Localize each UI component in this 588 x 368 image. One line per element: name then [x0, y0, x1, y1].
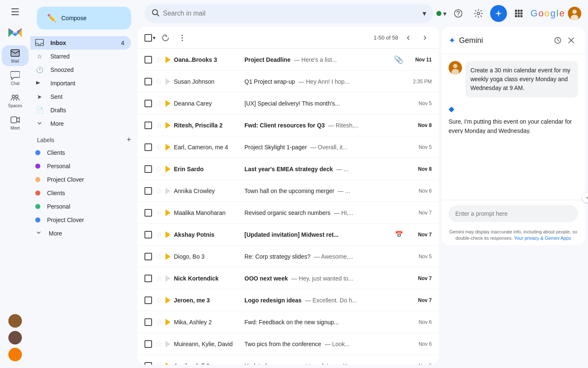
- email-row[interactable]: ☆ Nick Kortendick OOO next week — Hey, j…: [138, 267, 438, 289]
- sidebar-item-more[interactable]: More: [30, 117, 131, 130]
- next-page-button[interactable]: [418, 31, 432, 45]
- email-row[interactable]: ☆ Maalika Manoharan Revised organic sear…: [138, 202, 438, 224]
- search-bar[interactable]: ▾: [144, 4, 433, 23]
- hamburger-menu[interactable]: [7, 3, 24, 20]
- user-avatar[interactable]: [568, 7, 581, 20]
- important-marker: [165, 209, 171, 216]
- important-marker: [165, 319, 171, 326]
- status-indicator[interactable]: ▾: [436, 10, 446, 18]
- star-icon[interactable]: ☆: [155, 186, 162, 196]
- star-icon[interactable]: ☆: [155, 121, 162, 130]
- star-icon[interactable]: ☆: [155, 339, 162, 349]
- more-options-button[interactable]: [176, 31, 189, 45]
- email-checkbox[interactable]: [144, 78, 152, 85]
- email-row[interactable]: ☆ Akshay Potnis [Updated invitation] Mid…: [138, 224, 438, 246]
- email-snippet: — Hi,...: [334, 209, 403, 216]
- gemini-prompt-input[interactable]: [449, 205, 578, 222]
- gemini-privacy-link[interactable]: Your privacy & Gemini Apps: [514, 236, 571, 241]
- gemini-close-button[interactable]: [564, 34, 578, 47]
- email-checkbox[interactable]: [144, 100, 152, 107]
- star-icon[interactable]: ☆: [155, 55, 162, 64]
- email-row[interactable]: ☆ Susan Johnson Q1 Project wrap-up — Hey…: [138, 71, 438, 93]
- help-button[interactable]: [450, 5, 467, 22]
- compose-button[interactable]: ✏️ Compose: [37, 7, 131, 29]
- star-icon[interactable]: ☆: [155, 361, 162, 365]
- email-row[interactable]: ☆ Annika Crowley Town hall on the upcomi…: [138, 180, 438, 202]
- email-checkbox[interactable]: [144, 231, 152, 238]
- star-icon[interactable]: ☆: [155, 143, 162, 152]
- email-content: Q1 Project wrap-up — Hey Ann! I hop...: [244, 78, 403, 85]
- email-checkbox[interactable]: [144, 122, 152, 129]
- email-row[interactable]: ☆ Ritesh, Priscilla 2 Fwd: Client resour…: [138, 114, 438, 136]
- email-row[interactable]: ☆ Jeroen, me 3 Logo redesign ideas — Exc…: [138, 289, 438, 311]
- sidebar-item-snoozed[interactable]: 🕐 Snoozed: [30, 63, 131, 77]
- nav-chat[interactable]: Chat: [2, 68, 29, 88]
- star-icon[interactable]: ☆: [155, 77, 162, 86]
- search-dropdown-icon[interactable]: ▾: [423, 9, 426, 18]
- select-all-wrapper[interactable]: ▾: [144, 34, 155, 42]
- sender-name: Annika Crowley: [174, 188, 241, 194]
- select-all-checkbox[interactable]: [144, 34, 152, 42]
- email-checkbox[interactable]: [144, 187, 152, 195]
- label-project-clover-1[interactable]: Project Clover: [30, 173, 131, 186]
- email-row[interactable]: ☆ Muireann, Kylie, David Two pics from t…: [138, 333, 438, 355]
- label-project-clover-2[interactable]: Project Clover: [30, 213, 131, 227]
- settings-button[interactable]: [470, 5, 487, 22]
- email-row[interactable]: ☆ Deanna Carey [UX] Special delivery! Th…: [138, 93, 438, 114]
- star-icon[interactable]: ☆: [155, 230, 162, 239]
- add-label-button[interactable]: +: [126, 135, 131, 144]
- star-icon[interactable]: ☆: [155, 296, 162, 305]
- star-icon[interactable]: ☆: [155, 164, 162, 174]
- google-logo[interactable]: Google: [530, 8, 564, 19]
- sidebar-item-sent[interactable]: ➤ Sent: [30, 90, 131, 103]
- star-icon[interactable]: ☆: [155, 208, 162, 217]
- avatar-3[interactable]: [8, 348, 22, 361]
- label-clients-2[interactable]: Clients: [30, 186, 131, 200]
- search-input[interactable]: [163, 10, 419, 17]
- email-checkbox[interactable]: [144, 165, 152, 173]
- status-chevron-icon: ▾: [443, 10, 446, 18]
- email-checkbox[interactable]: [144, 362, 152, 365]
- email-row[interactable]: ☆ Mika, Ashley 2 Fwd: Feedback on the ne…: [138, 311, 438, 333]
- email-checkbox[interactable]: [144, 318, 152, 326]
- select-dropdown-icon[interactable]: ▾: [153, 35, 155, 41]
- email-row[interactable]: ☆ Diogo, Bo 3 Re: Corp strategy slides? …: [138, 246, 438, 267]
- nav-spaces[interactable]: Spaces: [2, 90, 29, 111]
- email-checkbox[interactable]: [144, 340, 152, 348]
- email-checkbox[interactable]: [144, 275, 152, 282]
- email-row[interactable]: ☆ Oana..Brooks 3 Project Deadline — Here…: [138, 49, 438, 71]
- sidebar-item-important[interactable]: Important: [30, 77, 131, 90]
- sidebar-item-starred[interactable]: ☆ Starred: [30, 50, 131, 63]
- label-personal-2[interactable]: Personal: [30, 200, 131, 213]
- star-icon[interactable]: ☆: [155, 252, 162, 261]
- email-row[interactable]: ☆ Earl, Cameron, me 4 Project Skylight 1…: [138, 136, 438, 158]
- avatar-1[interactable]: [8, 314, 22, 328]
- email-checkbox[interactable]: [144, 253, 152, 260]
- sidebar-item-inbox[interactable]: Inbox 4: [30, 36, 131, 50]
- gmail-logo[interactable]: M: [7, 24, 24, 40]
- email-row[interactable]: ☆ Erin Sardo Last year's EMEA strategy d…: [138, 158, 438, 180]
- gemini-history-button[interactable]: [551, 34, 564, 47]
- email-row[interactable]: ☆ Annika, Jeff 6 Updated expense report …: [138, 355, 438, 365]
- email-checkbox[interactable]: [144, 297, 152, 304]
- svg-rect-22: [515, 15, 517, 17]
- avatar-2[interactable]: [8, 331, 22, 344]
- refresh-button[interactable]: [159, 31, 172, 45]
- apps-button[interactable]: [510, 5, 527, 22]
- star-icon[interactable]: ☆: [155, 274, 162, 283]
- gemini-button[interactable]: [490, 5, 507, 22]
- nav-meet[interactable]: Meet: [2, 112, 29, 133]
- star-icon[interactable]: ☆: [155, 318, 162, 327]
- email-checkbox[interactable]: [144, 209, 152, 217]
- label-personal-1[interactable]: Personal: [30, 159, 131, 173]
- email-subject: Logo redesign ideas: [244, 297, 302, 304]
- email-date: Nov 6: [407, 319, 432, 325]
- star-icon[interactable]: ☆: [155, 99, 162, 108]
- prev-page-button[interactable]: [402, 31, 415, 45]
- labels-more-button[interactable]: More: [30, 227, 131, 240]
- nav-mail[interactable]: Mail: [2, 45, 29, 66]
- email-checkbox[interactable]: [144, 56, 152, 64]
- email-checkbox[interactable]: [144, 143, 152, 151]
- sidebar-item-drafts[interactable]: 📄 Drafts: [30, 103, 131, 117]
- label-clients-1[interactable]: Clients: [30, 146, 131, 159]
